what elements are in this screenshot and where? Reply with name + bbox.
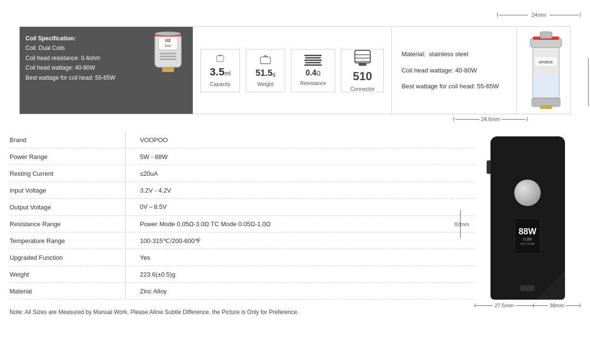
device-mockup: 88W 0.88 mV 8.88 (490, 136, 565, 300)
material-label: Material: (402, 50, 426, 58)
svg-rect-30 (540, 105, 552, 109)
svg-rect-7 (160, 59, 176, 60)
capacity-value: 3.5ml (210, 66, 230, 78)
resistance-value: 0.4Ω (306, 69, 321, 77)
device-area: 82mm 88W 0.88 mV 8.88 27.5mm (475, 132, 580, 317)
connector-label: Connector (350, 86, 375, 92)
spec-sep-6 (125, 232, 126, 249)
spec-val-7: Yes (135, 250, 475, 265)
table-row: Material Zinc Alloy (10, 283, 475, 300)
bdim-l3 (534, 305, 548, 306)
device-bottom-button[interactable] (520, 285, 535, 291)
spec-key-6: Temperature Range (10, 233, 115, 248)
material-value: stainless steel (429, 50, 468, 58)
spec-key-4: Output Voltage (10, 200, 115, 215)
capacity-label: Capacity (210, 81, 231, 87)
spec-sep-0 (125, 132, 126, 148)
table-row: Power Range 5W - 88W (10, 148, 475, 165)
spec-key-0: Brand (10, 133, 115, 147)
spec-key-1: Power Range (10, 149, 115, 164)
wattage-line: Coil head wattage: 40-80W (402, 65, 507, 76)
dim-left-line (455, 119, 479, 120)
coil-line2: Coil head resistance: 0.4ohm (25, 53, 144, 63)
bdim-t3 (580, 303, 580, 307)
device-watt-display: 88W (518, 227, 536, 237)
svg-point-16 (265, 55, 266, 56)
top-banner-wrapper: 24mm Coil Specification: Coil: Dual Coil… (10, 26, 580, 122)
capacity-unit: ml (225, 70, 231, 77)
spec-val-6: 100-315℃/200-600℉ (135, 233, 475, 248)
material-line: Material: stainless steel (402, 49, 507, 60)
svg-rect-21 (359, 63, 366, 66)
weight-label: Weight (257, 81, 274, 87)
dim-24mm-label: 24mm (497, 12, 580, 18)
device-screen-line2: 0.88 (523, 237, 532, 242)
svg-rect-28 (533, 74, 559, 97)
material-spec-box: Material: stainless steel Coil head watt… (392, 27, 517, 114)
weight-value: 51.5g (255, 68, 275, 78)
table-row: Weight 223.6(±0.5)g (10, 266, 475, 283)
spec-val-5: Power Mode 0.05Ω-3.0Ω TC Mode 0.05Ω-1.0Ω (135, 217, 475, 231)
coil-spec-text: Coil Specification: Coil: Dual Coils Coi… (25, 34, 144, 83)
table-row: Input Voltage 3.2V - 4.2V (10, 182, 475, 199)
right-dim-annotations: 54.05mm (588, 27, 590, 136)
device-fire-button[interactable] (515, 180, 541, 206)
svg-point-10 (155, 32, 181, 36)
spec-val-8: 223.6(±0.5)g (135, 267, 475, 282)
spec-key-8: Weight (10, 267, 115, 282)
svg-rect-5 (160, 53, 176, 54)
table-row: Upgraded Function Yes (10, 249, 475, 266)
note-text: Note: All Sizes are Measured by Manual W… (10, 307, 475, 317)
coil-title-text: Coil Specification: (25, 35, 76, 42)
svg-rect-6 (160, 56, 176, 57)
spec-val-2: ≤20uA (135, 166, 475, 181)
table-row: Output Voltage 0V～8.5V (10, 199, 475, 216)
spec-key-5: Resistance Range (10, 217, 115, 231)
bottom-dims: 27.5mm 38mm (475, 303, 580, 308)
spec-val-3: 3.2V - 4.2V (135, 183, 475, 198)
dim-right-tick (527, 117, 527, 121)
svg-rect-14 (261, 57, 271, 63)
best-wattage-line: Best wattage for coil head: 55-65W (402, 81, 507, 92)
capacity-num: 3.5 (210, 66, 225, 78)
coil-line4: Best wattage for coil head: 55-65W (25, 73, 144, 83)
table-row: Resting Current ≤20uA (10, 165, 475, 182)
spec-sep-2 (125, 165, 126, 182)
tank-image-box: UFORCE (517, 27, 575, 114)
table-row: Temperature Range 100-315℃/200-600℉ (10, 232, 475, 249)
spec-sep-1 (125, 148, 126, 165)
weight-num: 51.5 (255, 68, 272, 78)
svg-rect-17 (355, 50, 370, 63)
dim-5405: 54.05mm (588, 58, 590, 106)
resistance-unit: Ω (316, 70, 321, 77)
device-left-button[interactable] (487, 160, 490, 174)
capacity-icon-box: 3.5ml Capacity (201, 49, 240, 92)
dim-24mm-text: 24mm (529, 12, 548, 18)
icons-row: 3.5ml Capacity 51.5g Weight (193, 27, 392, 114)
spec-key-2: Resting Current (10, 166, 115, 181)
dim-left-tick (453, 117, 454, 121)
table-row: Resistance Range Power Mode 0.05Ω-3.0Ω T… (10, 216, 475, 232)
resistance-num: 0.4 (306, 69, 316, 77)
spec-val-1: 5W - 88W (135, 149, 475, 164)
connector-icon-box: 510 Connector (341, 49, 384, 92)
spec-val-9: Zinc Alloy (135, 284, 475, 299)
svg-rect-25 (540, 32, 552, 38)
connector-value: 510 (353, 70, 372, 83)
spec-sep-8 (125, 266, 126, 282)
spec-key-7: Upgraded Function (10, 250, 115, 265)
spec-val-4: 0V～8.5V (135, 199, 475, 215)
spec-rows: Brand VOOPOO Power Range 5W - 88W Restin… (10, 132, 475, 300)
coil-spec-title: Coil Specification: (25, 34, 144, 43)
weight-unit: g (272, 71, 275, 77)
svg-rect-8 (162, 67, 174, 72)
dim-275-text: 27.5mm (493, 303, 516, 308)
dim-246mm-text: 24.6mm (481, 116, 500, 122)
dim-38-text: 38mm (548, 303, 566, 308)
spec-sep-7 (125, 249, 126, 266)
device-screen-line3: mV 8.88 (520, 242, 535, 246)
spec-sep-3 (125, 182, 126, 198)
bdim-l1 (475, 305, 493, 306)
device-corner-cut (536, 271, 565, 300)
coil-line3: Coil head wattage: 40-80W (25, 63, 144, 73)
